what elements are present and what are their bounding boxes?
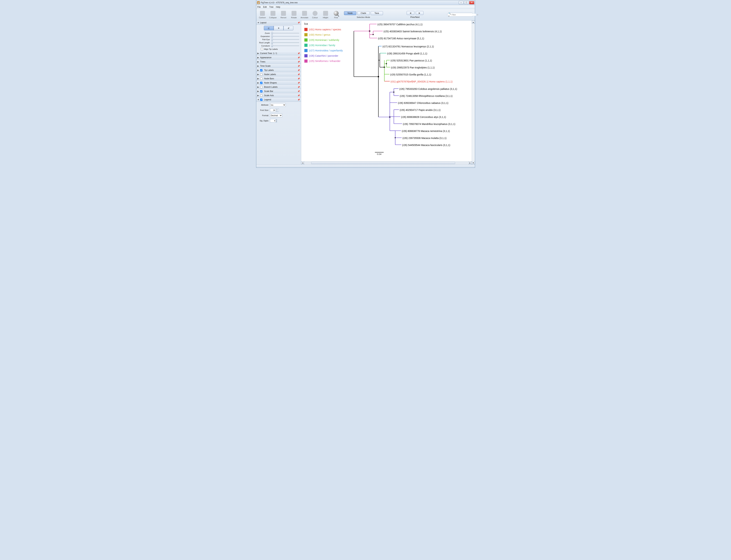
menu-edit[interactable]: Edit (263, 6, 267, 8)
fisheye-label: Fish Eye: (258, 38, 270, 41)
pin-icon[interactable]: 📌 (298, 82, 300, 84)
disclosure-triangle-icon: ▶ (257, 73, 259, 76)
pin-icon[interactable]: 📌 (298, 52, 300, 55)
panel-legend-header[interactable]: ▼ Legend 📌 (256, 98, 301, 102)
fisheye-slider[interactable] (271, 39, 299, 40)
panel-checkbox[interactable] (260, 78, 262, 80)
pin-icon[interactable]: 📌 (298, 69, 300, 71)
panel-time-scale-header[interactable]: ▶Time Scale📌 (256, 64, 301, 68)
tool-cartoon[interactable]: Cartoon (258, 10, 267, 20)
rootlength-slider[interactable] (271, 42, 299, 43)
tool-find[interactable]: Find (331, 10, 341, 20)
maximize-button[interactable]: ☐ (464, 1, 469, 4)
scroll-left-arrow[interactable]: ◄ (301, 162, 304, 164)
tip-label[interactable]: (r26) 806638776 Macaca nemestrina (3,1,1… (402, 130, 450, 132)
tool-colour[interactable]: Colour (310, 10, 320, 20)
tree-canvas[interactable]: lca (r31) Homo sapiens / species(r30) Ho… (301, 21, 472, 164)
panel-appearance-header[interactable]: ▶Appearance📌 (256, 55, 301, 60)
pin-icon[interactable]: 📌 (298, 22, 300, 24)
pin-icon[interactable]: 📌 (298, 78, 300, 80)
align-tip-checkbox[interactable] (261, 48, 263, 50)
pin-icon[interactable]: 📌 (298, 73, 300, 76)
panel-checkbox[interactable] (260, 94, 262, 97)
panel-checkbox[interactable] (260, 90, 262, 92)
mode-clade-button[interactable]: Clade (357, 11, 370, 15)
pin-icon[interactable]: 📌 (298, 65, 300, 67)
tip-label[interactable]: (r29) 299522973 Pan troglodytes (1,1,1) (391, 66, 435, 69)
panel-node-shapes-header[interactable]: ▶Node Shapes📌 (256, 81, 301, 85)
mode-taxa-button[interactable]: Taxa (371, 11, 383, 15)
format-select[interactable]: Decimal (270, 114, 282, 117)
pin-icon[interactable]: 📌 (298, 56, 300, 59)
clear-filter-icon[interactable]: ⊗ (477, 14, 478, 16)
zoom-slider[interactable] (271, 33, 299, 34)
tip-label[interactable]: (r28) 289191459 Pongo abelii (1,1,1) (387, 52, 427, 55)
attribute-select[interactable]: lca (270, 103, 286, 107)
panel-node-bars-header[interactable]: ▶Node Bars📌 (256, 76, 301, 81)
panel-current-tree-1-1-header[interactable]: ▶Current Tree: 1 / 1📌 (256, 51, 301, 55)
tip-label[interactable]: (r29) 525313831 Pan paniscus (1,1,1) (391, 59, 432, 62)
pin-icon[interactable]: 📌 (298, 61, 300, 63)
tip-label[interactable]: (r26) 795076074 Mandrillus leucophaeus (… (403, 123, 455, 125)
panel-checkbox[interactable] (260, 73, 262, 76)
format-label: Format: (258, 114, 269, 116)
tool-annotate[interactable]: Annotate (300, 10, 309, 20)
pin-icon[interactable]: 📌 (298, 90, 300, 92)
prev-button[interactable]: ◄ (407, 11, 414, 15)
tip-label[interactable]: (r26) 402904717 Papio anubis (3,1,1) (400, 109, 441, 111)
layout-polar-button[interactable]: ✶ (274, 26, 283, 30)
menu-help[interactable]: Help (276, 6, 280, 8)
menu-file[interactable]: File (257, 6, 261, 8)
panel-branch-labels-header[interactable]: ▶Branch Labels📌 (256, 85, 301, 89)
fontsize-spinner[interactable]: ▴▾ (270, 108, 279, 112)
panel-scale-axis-header[interactable]: ▶Scale Axis📌 (256, 93, 301, 98)
close-button[interactable]: ✕ (469, 1, 474, 4)
scroll-right-arrow[interactable]: ► (469, 162, 472, 164)
horizontal-scrollbar[interactable]: ◄ ► (301, 161, 472, 164)
tip-label[interactable]: (r26) 239735506 Macaca mulatta (3,1,1) (403, 137, 447, 139)
tip-label[interactable]: (r25) 403303403 Saimiri boliviensis boli… (384, 30, 442, 33)
tool-reroot[interactable]: Reroot (279, 10, 288, 20)
panel-node-labels-header[interactable]: ▶Node Labels📌 (256, 72, 301, 76)
tip-label[interactable]: (r26) 806638828 Cercocebus atys (3,1,1) (401, 116, 446, 118)
filter-input[interactable] (452, 14, 476, 16)
tip-label[interactable]: (r31) gi|4757876|ref|NP_004326.1| Homo s… (391, 80, 453, 83)
panel-checkbox[interactable] (260, 69, 262, 71)
pin-icon[interactable]: 📌 (298, 86, 300, 88)
next-button[interactable]: ► (416, 11, 423, 15)
tool-rotate[interactable]: Rotate (289, 10, 299, 20)
menu-tree[interactable]: Tree (269, 6, 273, 8)
legend-checkbox[interactable] (260, 99, 262, 101)
collapse-icon (271, 11, 275, 16)
pin-icon[interactable]: 📌 (298, 94, 300, 97)
layout-radial-button[interactable]: ⊀ (283, 26, 293, 30)
panel-checkbox[interactable] (260, 82, 262, 84)
tip-label[interactable]: (r27) 821324761 Nomascus leucogenys (2,1… (383, 45, 434, 48)
tip-label[interactable]: (r26) 795333263 Colobus angolensis palli… (399, 88, 457, 90)
tip-label[interactable]: (r25) 817347160 Aotus nancymaae (5,1,1) (378, 37, 424, 40)
tip-label[interactable]: (r26) 635036947 Chlorocebus sabaeus (3,1… (398, 102, 448, 104)
pin-icon[interactable]: 📌 (298, 99, 300, 101)
tip-label[interactable]: (r29) 525507015 Gorilla gorilla (1,1,1) (390, 73, 431, 76)
scroll-down-arrow[interactable]: ▼ (472, 161, 475, 164)
tool-hilight[interactable]: Hilight (321, 10, 330, 20)
sigdigits-spinner[interactable]: ▴▾ (270, 119, 277, 122)
tool-collapse[interactable]: Collapse (268, 10, 278, 20)
layout-rectangular-button[interactable]: ⊏ (264, 26, 274, 30)
panel-layout-header[interactable]: ▼ Layout 📌 (256, 21, 301, 25)
vertical-scrollbar[interactable]: ▲ ▼ (472, 21, 475, 164)
tip-label[interactable]: (r25) 390478707 Callithrix jacchus (4,1,… (378, 23, 423, 26)
expansion-slider[interactable] (271, 36, 299, 37)
curvature-slider[interactable] (271, 45, 299, 46)
tip-label[interactable]: (r26) 724813358 Rhinopithecus roxellana … (400, 95, 453, 97)
minimize-button[interactable]: — (459, 1, 464, 4)
panel-checkbox[interactable] (260, 86, 262, 88)
panel-scale-bar-header[interactable]: ▶Scale Bar📌 (256, 89, 301, 93)
panel-tip-labels-header[interactable]: ▶Tip Labels📌 (256, 68, 301, 72)
mode-node-button[interactable]: Node (344, 11, 356, 15)
scroll-up-arrow[interactable]: ▲ (472, 21, 475, 24)
hscroll-thumb[interactable] (311, 162, 455, 164)
tip-label[interactable]: (r26) 544509544 Macaca fascicularis (3,1… (402, 144, 450, 146)
panel-trees-header[interactable]: ▶Trees📌 (256, 60, 301, 64)
filter-box[interactable]: 🔍▾ ⊗ (447, 13, 473, 17)
